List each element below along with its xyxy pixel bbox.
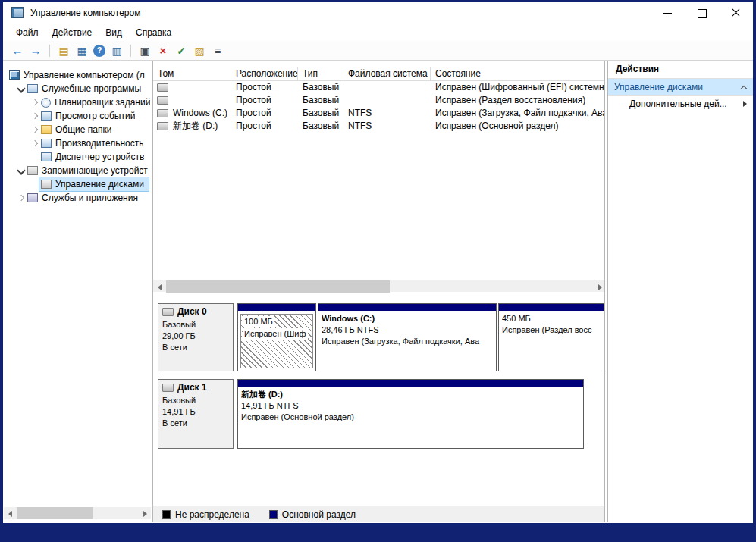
disk-type: Базовый (162, 395, 229, 406)
cell-status: Исправен (Шифрованный (EFI) системны (431, 81, 604, 94)
cell-type: Базовый (298, 120, 343, 133)
action-label: Управление дисками (614, 82, 741, 92)
col-type[interactable]: Тип (298, 67, 343, 81)
delete-icon[interactable]: × (156, 44, 170, 58)
check-icon[interactable]: ✓ (174, 44, 188, 58)
legend-color-swatch (162, 510, 171, 519)
col-layout[interactable]: Расположение (231, 67, 298, 81)
disk-1-header[interactable]: Диск 1 Базовый 14,91 ГБ В сети (158, 379, 234, 449)
volumes-horizontal-scrollbar[interactable] (153, 280, 605, 292)
disk-size: 14,91 ГБ (162, 406, 229, 418)
partition-size: 100 МБ (243, 316, 274, 327)
open-folder-icon[interactable]: ▨ (193, 44, 206, 58)
cell-status: Исправен (Раздел восстановления) (431, 94, 604, 107)
tree-horizontal-scrollbar[interactable] (4, 507, 151, 519)
menu-action[interactable]: Действие (45, 24, 99, 41)
volume-icon (157, 122, 168, 130)
table-row[interactable]: Windows (C:) Простой Базовый NTFS Исправ… (153, 107, 604, 120)
col-volume[interactable]: Том (153, 67, 231, 81)
chevron-spacer (30, 152, 39, 161)
action-disk-management[interactable]: Управление дисками (608, 79, 753, 96)
partition-recovery[interactable]: 450 МБ Исправен (Раздел восс (498, 303, 604, 371)
partition-size: 450 МБ (502, 313, 601, 324)
action-more-actions[interactable]: Дополнительные дей... (608, 96, 753, 112)
chevron-right-icon[interactable] (17, 193, 26, 202)
cell-type: Базовый (298, 94, 343, 107)
disk-management-icon (41, 180, 52, 189)
scrollbar-thumb[interactable] (166, 280, 390, 293)
tree-item-shared-folders[interactable]: Общие папки (3, 123, 152, 136)
legend-color-swatch (269, 510, 278, 519)
chevron-right-icon[interactable] (30, 139, 39, 148)
help-icon[interactable]: ? (93, 45, 105, 57)
table-row[interactable]: Простой Базовый Исправен (Раздел восстан… (153, 94, 604, 107)
scrollbar-track[interactable] (17, 507, 138, 519)
cell-filesystem (343, 94, 431, 107)
partition-windows-c[interactable]: Windows (C:) 28,46 ГБ NTFS Исправен (Заг… (318, 303, 497, 371)
maximize-button[interactable] (685, 2, 719, 24)
chevron-down-icon[interactable] (17, 84, 26, 93)
list-view-icon[interactable]: ▦ (75, 44, 89, 58)
scroll-right-arrow-icon[interactable] (593, 280, 605, 293)
disk-type: Базовый (162, 319, 229, 331)
forward-icon[interactable]: → (29, 44, 42, 58)
partition-efi[interactable]: 100 МБ Исправен (Шиф (237, 303, 316, 371)
back-icon[interactable]: ← (11, 44, 24, 58)
tree-item-task-scheduler[interactable]: Планировщик заданий (3, 96, 152, 109)
tree-item-device-manager[interactable]: Диспетчер устройств (3, 150, 152, 164)
tree-item-performance[interactable]: Производительность (3, 136, 152, 150)
title-bar[interactable]: Управление компьютером (3, 2, 753, 24)
disk-name: Диск 0 (177, 306, 207, 317)
menu-view[interactable]: Вид (99, 24, 129, 41)
details-icon[interactable]: ≡ (211, 44, 224, 58)
disk-0-header[interactable]: Диск 0 Базовый 29,00 ГБ В сети (158, 303, 234, 371)
menu-file[interactable]: Файл (9, 24, 45, 41)
tree-item-event-viewer[interactable]: Просмотр событий (3, 109, 152, 123)
scroll-left-arrow-icon[interactable] (153, 280, 166, 293)
table-row[interactable]: Простой Базовый Исправен (Шифрованный (E… (153, 81, 604, 94)
table-row[interactable]: 新加卷 (D:) Простой Базовый NTFS Исправен (… (153, 120, 604, 133)
console-tree: Управление компьютером (л Служебные прог… (3, 68, 152, 205)
scroll-left-arrow-icon[interactable] (4, 507, 17, 519)
partition-size: 28,46 ГБ NTFS (322, 324, 493, 336)
partition-color-bar (318, 304, 496, 311)
chevron-right-icon[interactable] (30, 111, 39, 121)
chevron-right-icon[interactable] (30, 98, 39, 107)
device-manager-icon (41, 152, 52, 161)
tree-item-system-tools[interactable]: Служебные программы (3, 82, 152, 96)
legend-primary-partition: Основной раздел (269, 509, 356, 520)
col-status[interactable]: Состояние (431, 67, 604, 81)
partition-status: Исправен (Основной раздел) (241, 412, 580, 423)
col-filesystem[interactable]: Файловая система (343, 67, 431, 81)
scroll-right-arrow-icon[interactable] (138, 507, 151, 519)
cell-filesystem (343, 81, 431, 94)
scrollbar-thumb[interactable] (17, 507, 93, 519)
legend-unallocated: Не распределена (162, 509, 249, 520)
export-list-icon[interactable]: ▥ (110, 44, 124, 58)
menu-help[interactable]: Справка (129, 24, 178, 41)
console-window-icon[interactable]: ▣ (138, 44, 152, 58)
scrollbar-track[interactable] (166, 280, 593, 293)
chevron-down-icon[interactable] (17, 166, 26, 175)
chevron-right-icon[interactable] (30, 125, 39, 134)
console-tree-icon[interactable]: ▤ (57, 44, 71, 58)
tree-label: Производительность (55, 138, 143, 149)
tree-item-storage[interactable]: Запоминающие устройст (3, 164, 152, 177)
partition-d[interactable]: 新加卷 (D:) 14,91 ГБ NTFS Исправен (Основно… (237, 379, 584, 449)
close-button[interactable] (719, 2, 753, 24)
collapse-chevron-icon[interactable] (741, 84, 747, 90)
cell-volume (153, 81, 231, 94)
chevron-spacer (30, 180, 39, 189)
legend-bar: Не распределена Основной раздел (153, 506, 604, 522)
tree-item-computer-management[interactable]: Управление компьютером (л (3, 68, 152, 82)
tree-item-disk-management[interactable]: Управление дисками (3, 177, 152, 191)
partition-name: 新加卷 (D:) (241, 389, 580, 400)
tree-item-services-applications[interactable]: Службы и приложения (3, 191, 152, 205)
tree-label: Просмотр событий (55, 111, 135, 121)
event-viewer-icon (41, 111, 52, 121)
cell-status: Исправен (Основной раздел) (431, 120, 604, 133)
partition-color-bar (499, 304, 604, 311)
legend-label: Основной раздел (282, 509, 356, 520)
cell-volume (153, 94, 231, 107)
minimize-button[interactable] (651, 2, 685, 24)
